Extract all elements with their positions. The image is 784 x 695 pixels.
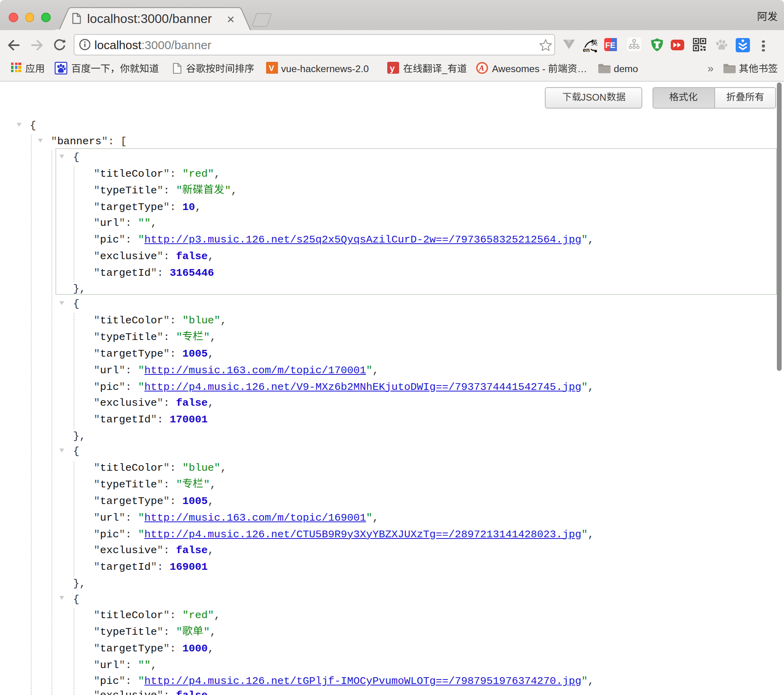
svg-text:FE: FE — [605, 41, 615, 50]
svg-text:A: A — [479, 64, 485, 73]
svg-text:en: en — [583, 46, 590, 52]
svg-text:y: y — [390, 64, 395, 74]
svg-text:V: V — [269, 64, 274, 73]
